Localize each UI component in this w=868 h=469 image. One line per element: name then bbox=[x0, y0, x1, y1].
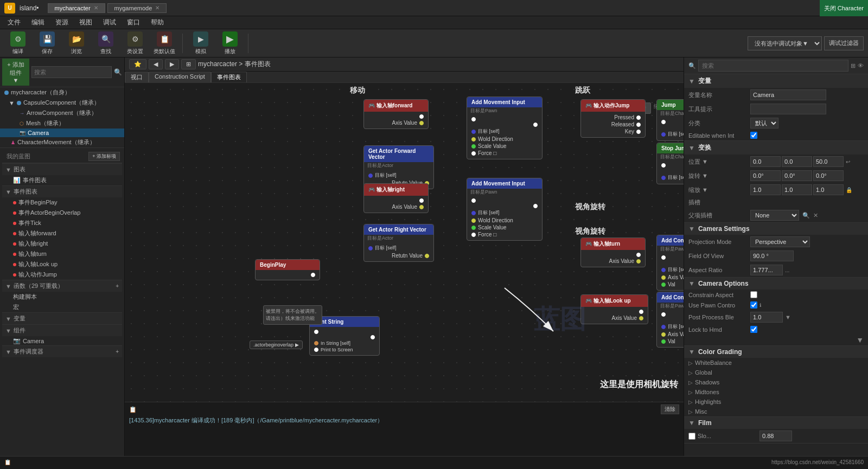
menu-file[interactable]: 文件 bbox=[2, 17, 26, 28]
canvas-nav-back[interactable]: ◀ bbox=[149, 59, 163, 69]
debug-filter-button[interactable]: 调试过滤器 bbox=[824, 36, 864, 50]
tree-item-root[interactable]: mycharcacter（自身） bbox=[0, 87, 124, 98]
clear-log-button[interactable]: 清除 bbox=[661, 404, 679, 414]
camera-options-header[interactable]: ▼ Camera Options bbox=[684, 278, 868, 290]
section-events[interactable]: ▼ 事件图表 bbox=[2, 185, 122, 197]
tab-mygamemode[interactable]: mygamemode ✕ bbox=[107, 3, 167, 13]
event-jump[interactable]: 输入动作Jump bbox=[2, 269, 122, 280]
node-jump[interactable]: Jump 目标是Character 目标 [self] bbox=[656, 99, 684, 141]
add-dispatcher-icon[interactable]: + bbox=[116, 349, 119, 355]
tab-viewport[interactable]: 视口 bbox=[125, 72, 149, 82]
lock-scale-icon[interactable]: 🔒 bbox=[846, 187, 852, 193]
camera-settings-header[interactable]: ▼ Camera Settings bbox=[684, 223, 868, 235]
canvas-nav-forward[interactable]: ▶ bbox=[165, 59, 179, 69]
node-actor-overlap-ref[interactable]: .actorbeginoverlap ▶ bbox=[250, 340, 303, 349]
section-functions[interactable]: ▼ 函数（29 可重载） + bbox=[2, 280, 122, 292]
add-component-button[interactable]: + 添加组件 ▼ bbox=[2, 59, 29, 86]
section-graphs[interactable]: ▼ 图表 bbox=[2, 163, 122, 175]
node-add-pitch[interactable]: Add Controller Pitch Input 目标是Pawn 目标 [s… bbox=[656, 292, 684, 348]
lock-hmd-checkbox[interactable] bbox=[750, 326, 757, 333]
menu-assets[interactable]: 资源 bbox=[50, 17, 74, 28]
node-get-right-vector[interactable]: Get Actor Right Vector 目标是Actor 目标 [self… bbox=[363, 224, 434, 262]
grid-view-icon[interactable]: ⊞ bbox=[851, 62, 856, 69]
use-pawn-info[interactable]: ℹ bbox=[760, 303, 761, 308]
cg-shadows[interactable]: ▷ Shadows bbox=[684, 377, 868, 387]
func-macro[interactable]: 宏 bbox=[2, 302, 122, 312]
canvas-nav-prev[interactable]: ⭐ bbox=[129, 59, 146, 69]
play-button[interactable]: ▶ 播放 bbox=[216, 31, 244, 56]
var-name-input[interactable] bbox=[750, 89, 826, 100]
node-begin-play[interactable]: BeginPlay bbox=[255, 259, 320, 280]
event-turn[interactable]: 输入轴turn bbox=[2, 249, 122, 259]
right-search-input[interactable] bbox=[698, 60, 848, 72]
compile-button[interactable]: ⚙ 编译 bbox=[4, 31, 31, 56]
tree-item-capsule[interactable]: ▼ CapsuleComponent（继承） bbox=[0, 98, 124, 108]
event-tick[interactable]: 事件Tick bbox=[2, 218, 122, 228]
search-button[interactable]: 🔍 查找 bbox=[92, 31, 119, 56]
scale-x-input[interactable] bbox=[750, 184, 781, 195]
cg-misc[interactable]: ▷ Misc bbox=[684, 407, 868, 416]
menu-debug[interactable]: 调试 bbox=[98, 17, 122, 28]
pos-x-input[interactable] bbox=[750, 156, 781, 167]
menu-help[interactable]: 帮助 bbox=[145, 17, 169, 28]
scale-z-input[interactable] bbox=[813, 184, 844, 195]
section-dispatchers[interactable]: ▼ 事件调度器 + bbox=[2, 345, 122, 357]
film-slope-input[interactable] bbox=[760, 431, 792, 441]
proj-mode-select[interactable]: Perspective bbox=[750, 236, 810, 247]
event-begin-play[interactable]: 事件BeginPlay bbox=[2, 197, 122, 208]
transform-section-header[interactable]: ▼ 变换 bbox=[684, 141, 868, 155]
use-pawn-checkbox[interactable] bbox=[750, 301, 757, 309]
node-add-movement-2[interactable]: Add Movement Input 目标是Pawn 目标 [self] Wol… bbox=[467, 178, 542, 241]
event-actor-overlap[interactable]: 事件ActorBeginOverlap bbox=[2, 208, 122, 218]
section-components[interactable]: ▼ 组件 bbox=[2, 324, 122, 336]
tree-item-arrow[interactable]: → ArrowComponent（继承） bbox=[0, 108, 124, 118]
color-grading-header[interactable]: ▼ Color Grading bbox=[684, 346, 868, 358]
event-lookup[interactable]: 输入轴Look up bbox=[2, 259, 122, 269]
film-section-header[interactable]: ▼ Film bbox=[684, 417, 868, 429]
cg-highlights[interactable]: ▷ Highlights bbox=[684, 397, 868, 407]
tree-item-camera[interactable]: 📷 Camera bbox=[0, 129, 124, 137]
tab-event-graph[interactable]: 事件图表 bbox=[211, 72, 247, 82]
vars-section-header[interactable]: ▼ 变量 bbox=[684, 74, 868, 88]
graph-event-graph[interactable]: 📊 事件图表 bbox=[2, 175, 122, 185]
node-input-turn[interactable]: 🎮 输入轴turn Axis Value bbox=[580, 237, 646, 267]
menu-edit[interactable]: 编辑 bbox=[26, 17, 50, 28]
node-stop-jumping[interactable]: Stop Jumping 目标是Character 目标 [self] bbox=[656, 143, 684, 184]
settings-button[interactable]: ⚙ 类设置 bbox=[122, 31, 149, 56]
event-forward[interactable]: 输入轴forward bbox=[2, 228, 122, 239]
reset-pos-icon[interactable]: ↩ bbox=[846, 159, 850, 165]
post-process-input[interactable] bbox=[750, 312, 783, 323]
tab-close-icon[interactable]: ✕ bbox=[155, 5, 159, 11]
tab-mycharcacter[interactable]: mycharcacter ✕ bbox=[48, 3, 105, 13]
node-input-right[interactable]: 🎮 输入轴right Axis Value bbox=[363, 183, 429, 213]
tab-construction[interactable]: Construction Script bbox=[149, 72, 211, 82]
eye-icon[interactable]: 👁 bbox=[858, 62, 864, 69]
xi-character-btn[interactable]: 关闭 Character bbox=[820, 0, 868, 16]
browse-button[interactable]: 📂 浏览 bbox=[63, 31, 90, 56]
pos-y-input[interactable] bbox=[782, 156, 812, 167]
node-input-jump[interactable]: 🎮 输入动作Jump Pressed Released Key bbox=[580, 99, 646, 138]
canvas-grid-btn[interactable]: ⊞ bbox=[181, 59, 196, 69]
constrain-checkbox[interactable] bbox=[750, 291, 757, 298]
search-socket-icon[interactable]: 🔍 bbox=[802, 212, 810, 219]
menu-view[interactable]: 视图 bbox=[74, 17, 98, 28]
component-search-input[interactable] bbox=[31, 66, 112, 78]
pos-z-input[interactable] bbox=[813, 156, 844, 167]
debug-object-select[interactable]: 没有选中调试对象▼ bbox=[748, 36, 822, 50]
simulate-button[interactable]: ▶ 模拟 bbox=[187, 31, 214, 56]
save-button[interactable]: 💾 保存 bbox=[34, 31, 61, 56]
rot-y-input[interactable] bbox=[782, 170, 812, 181]
node-add-yaw[interactable]: Add Controller Yaw Input 目标是Pawn 目标 [sel… bbox=[656, 235, 684, 291]
clear-socket-icon[interactable]: ✕ bbox=[813, 212, 818, 219]
tree-item-mesh[interactable]: ⬡ Mesh（继承） bbox=[0, 118, 124, 129]
tab-close-icon[interactable]: ✕ bbox=[94, 5, 98, 11]
section-variables[interactable]: ▼ 变量 bbox=[2, 312, 122, 324]
node-input-lookup[interactable]: 🎮 输入轴Look up Axis Value bbox=[580, 294, 648, 324]
node-get-forward-vector[interactable]: Get Actor Forward Vector 目标是Actor 目标 [se… bbox=[363, 145, 434, 189]
func-construct[interactable]: 构建脚本 bbox=[2, 292, 122, 302]
tooltip-input[interactable] bbox=[750, 104, 826, 114]
aspect-input[interactable] bbox=[750, 265, 783, 275]
rot-z-input[interactable] bbox=[813, 170, 844, 181]
add-func-icon[interactable]: + bbox=[116, 283, 119, 289]
fov-input[interactable] bbox=[750, 250, 794, 261]
